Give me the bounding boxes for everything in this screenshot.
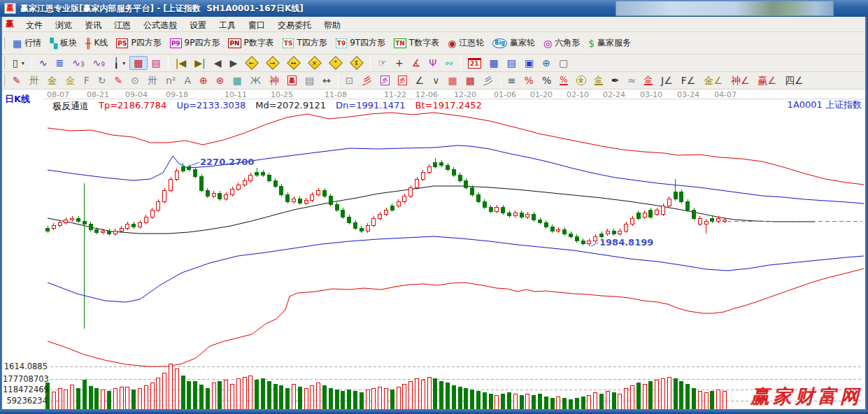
crosshair-icon[interactable]: + [391, 56, 408, 70]
percent-line-tool-icon[interactable]: % [555, 73, 571, 87]
gold-angle-tool-icon[interactable]: 金∠ [699, 73, 727, 87]
gold-circle-tool-icon[interactable]: 金 [572, 73, 590, 87]
menu-item-help[interactable]: 帮助 [318, 19, 347, 31]
menu-item-settings[interactable]: 设置 [183, 19, 213, 31]
period-dropdown-icon[interactable]: ▯▾ [8, 56, 29, 70]
red-fan-tool-icon[interactable]: 彡 [358, 73, 376, 87]
pencil-tool-icon[interactable]: ✎ [8, 73, 25, 87]
fork-tool-icon[interactable]: Ψ [425, 56, 441, 70]
save-icon[interactable]: ▣ [520, 56, 538, 70]
pan-hand-icon[interactable]: ☞ [373, 56, 391, 70]
btn-quotes[interactable]: ▦行情 [8, 35, 45, 51]
clock-tool-icon[interactable]: ⊙ [127, 73, 143, 87]
menu-item-tools[interactable]: 工具 [213, 19, 242, 31]
fence2-tool-icon[interactable]: 卅 [143, 73, 162, 87]
menu-item-news[interactable]: 资讯 [78, 19, 108, 31]
menu-item-formula-picker[interactable]: 公式选股 [137, 19, 183, 31]
j-angle-tool-icon[interactable]: J∠ [657, 73, 677, 87]
volume-bar [649, 381, 653, 409]
diamond-right-icon[interactable]: → [262, 56, 283, 70]
gold-line-tool-icon[interactable]: 金 [590, 73, 607, 87]
ying-box-tool-icon[interactable]: 赢 [283, 73, 301, 87]
menu-item-window[interactable]: 窗口 [242, 19, 271, 31]
t-percent-tool-icon[interactable]: % [520, 73, 538, 87]
angle-fan-tool-icon[interactable]: ∠ [411, 73, 429, 87]
red-grid2-tool-icon[interactable]: ▦ [462, 73, 479, 87]
note-tool-icon[interactable]: ≣ [51, 56, 68, 70]
star-circle-tool-icon[interactable]: ⊛ [212, 73, 229, 87]
menu-item-file[interactable]: 文件 [20, 19, 49, 31]
diamond-x-icon[interactable]: × [304, 56, 325, 70]
ink-pen-tool-icon[interactable]: ✒ [607, 73, 624, 87]
diamond-star-icon[interactable]: * [325, 56, 346, 70]
red-fan-box-tool-icon[interactable]: 彡 [394, 73, 411, 87]
first-page-icon[interactable]: |◀ [171, 56, 190, 70]
target-table-tool-icon[interactable]: ≡ [504, 73, 520, 87]
profile-tool-icon[interactable]: ▤ [148, 56, 165, 70]
f-angle-tool-icon[interactable]: F∠ [677, 73, 700, 87]
btn-sectors[interactable]: ▚板块 [45, 35, 81, 51]
child-window-logo-icon[interactable]: 赢 [6, 18, 14, 30]
diamond-lr-icon[interactable]: ↔ [283, 56, 304, 70]
shen-angle-tool-icon[interactable]: 神∠ [727, 73, 754, 87]
spiral-tool-icon[interactable]: ↻ [94, 73, 111, 87]
wave3-tool-icon[interactable]: ∿₃ [68, 56, 88, 70]
si-angle-tool-icon[interactable]: 四∠ [781, 73, 808, 87]
wave9-tool-icon[interactable]: ∿₉ [89, 56, 109, 70]
prev-bar-icon[interactable]: ◀ [210, 56, 226, 70]
btn-hexagon[interactable]: ◎六角形 [539, 35, 584, 51]
circle-cross-tool-icon[interactable]: ⊕ [195, 73, 212, 87]
notes-icon[interactable]: ▤ [503, 56, 520, 70]
btn-winner-wheel[interactable]: Big赢家轮 [488, 35, 539, 51]
send-pc-icon[interactable]: ▢ [555, 56, 572, 70]
width-tool-icon[interactable]: ↔ [318, 73, 335, 87]
btn-winner-service[interactable]: $赢家服务 [584, 35, 635, 51]
n-square-tool-icon[interactable]: n² [162, 73, 180, 87]
red-pencil-tool-icon[interactable]: ✎ [111, 73, 127, 87]
btn-9t-square[interactable]: T99T四方形 [332, 35, 390, 51]
square-measure-tool-icon[interactable]: ⊡ [341, 73, 358, 87]
btn-p-table[interactable]: PNP数字表 [224, 35, 278, 51]
last-page-icon[interactable]: ▶| [190, 56, 209, 70]
btn-t-square[interactable]: TST四方形 [278, 35, 332, 51]
ying-angle-tool-icon[interactable]: 赢∠ [754, 73, 781, 87]
menu-item-browse[interactable]: 浏览 [49, 19, 78, 31]
kline-chart[interactable] [0, 90, 868, 410]
menu-item-trade-order[interactable]: 交易委托 [271, 19, 318, 31]
grid-box-tool-icon[interactable]: ▦ [229, 73, 246, 87]
gold-underline-tool-icon[interactable]: 金 [640, 73, 657, 87]
diamond-left-icon[interactable]: ← [241, 56, 262, 70]
a-line-tool-icon[interactable]: A [180, 73, 196, 87]
titlebar[interactable]: 赢 赢家江恩专业版[赢家内部服务平台] - [上证指数 SH1A0001-167… [0, 0, 868, 17]
slash-lines-tool-icon[interactable]: 彡 [479, 73, 497, 87]
calculator-icon[interactable]: ▦ [485, 56, 503, 70]
a-wave-tool-icon[interactable]: ≈ [623, 73, 640, 87]
purple-fan-box-tool-icon[interactable]: 彡 [376, 73, 394, 87]
ruler-tool-icon[interactable]: ▤ [301, 73, 318, 87]
thin-candle-dropdown-icon[interactable]: ╽▾ [109, 56, 129, 70]
red-grid-tool-icon[interactable]: ▦ [443, 73, 461, 87]
gold-fence2-tool-icon[interactable]: 金 [62, 73, 80, 87]
kline-chart-pane[interactable]: 日K线 1A0001 上证指数 极反通道 Tp=2186.7784Up=2133… [0, 90, 868, 410]
percent-tool-icon[interactable]: % [538, 73, 555, 87]
scribble-tool-icon[interactable]: ∾ [441, 56, 457, 70]
export-web-icon[interactable]: ⊕ [538, 56, 555, 70]
shen-fence-tool-icon[interactable]: 神 [265, 73, 283, 87]
diamond-ud-icon[interactable]: ↕ [346, 56, 367, 70]
angle-measure-icon[interactable]: ∡ [408, 56, 425, 70]
k-tick-tool-icon[interactable]: Ж [246, 73, 265, 87]
fence-tool-icon[interactable]: 卅 [25, 73, 43, 87]
btn-t-table[interactable]: TNT数字表 [390, 35, 443, 51]
menu-item-gann[interactable]: 江恩 [108, 19, 137, 31]
pattern-tool-icon[interactable]: ▩ [129, 56, 147, 70]
f-fence-tool-icon[interactable]: F [80, 73, 94, 87]
btn-kline[interactable]: ╫K线 [81, 35, 112, 51]
zigzag-tool-icon[interactable]: ∿ [35, 56, 52, 70]
btn-p-square[interactable]: PSP四方形 [112, 35, 165, 51]
btn-9p-square[interactable]: P99P四方形 [166, 35, 225, 51]
calendar-icon[interactable]: 21 [464, 56, 485, 71]
gold-fence-tool-icon[interactable]: 金 [43, 73, 62, 87]
btn-gann-wheel[interactable]: ◉江恩轮 [443, 35, 488, 51]
next-bar-icon[interactable]: ▶ [226, 56, 242, 70]
v-line-tool-icon[interactable]: ∨ [428, 73, 443, 87]
